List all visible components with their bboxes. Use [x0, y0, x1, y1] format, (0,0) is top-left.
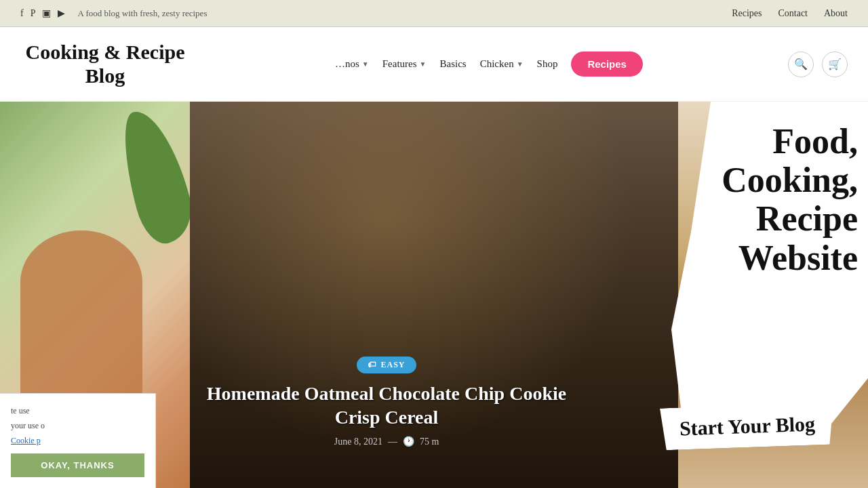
- cookie-text-2: your use o: [11, 420, 144, 432]
- nav-features[interactable]: Features ▼: [382, 58, 427, 70]
- hero-article-meta: June 8, 2021 — 🕐 75 m: [190, 436, 583, 447]
- nav-shop[interactable]: Shop: [537, 58, 558, 70]
- nav-demos[interactable]: …nos ▼: [335, 58, 369, 70]
- instagram-icon[interactable]: ▣: [42, 7, 51, 19]
- header-icons: 🔍 🛒: [788, 52, 848, 77]
- tagline: A food blog with fresh, zesty recipes: [77, 8, 207, 19]
- header: Cooking & Recipe Blog …nos ▼ Features ▼ …: [0, 27, 868, 102]
- nav-features-label: Features: [382, 58, 417, 70]
- cookie-text-3: Cookie p: [11, 434, 144, 447]
- hero-headline: Food, Cooking, Recipe Website: [682, 122, 858, 277]
- chevron-down-icon: ▼: [420, 60, 427, 68]
- cookie-accept-button[interactable]: OKAY, THANKS: [11, 453, 144, 477]
- hero-center-content: 🏷 EASY Homemade Oatmeal Chocolate Chip C…: [190, 357, 583, 447]
- search-button[interactable]: 🔍: [788, 52, 814, 77]
- facebook-icon[interactable]: f: [20, 8, 24, 19]
- nav-chicken-label: Chicken: [480, 58, 514, 70]
- chevron-down-icon: ▼: [362, 60, 369, 68]
- top-nav-recipes[interactable]: Recipes: [732, 8, 762, 19]
- separator: —: [388, 436, 397, 447]
- start-blog-banner[interactable]: Start Your Blog: [660, 403, 835, 451]
- nav-recipes-button[interactable]: Recipes: [571, 52, 643, 77]
- top-bar: f P ▣ ▶ A food blog with fresh, zesty re…: [0, 0, 868, 27]
- cart-icon: 🛒: [828, 58, 842, 70]
- main-nav: …nos ▼ Features ▼ Basics Chicken ▼ Shop …: [190, 52, 788, 77]
- article-date: June 8, 2021: [334, 436, 382, 447]
- top-bar-left: f P ▣ ▶ A food blog with fresh, zesty re…: [20, 7, 207, 19]
- article-time: 75 m: [420, 436, 439, 447]
- nav-shop-label: Shop: [537, 58, 558, 70]
- top-bar-nav: Recipes Contact About: [732, 8, 848, 19]
- badge-label: EASY: [380, 360, 405, 370]
- top-nav-about[interactable]: About: [824, 8, 848, 19]
- cookie-text-1: te use: [11, 405, 144, 417]
- clock-icon: 🕐: [403, 436, 414, 447]
- cookie-policy-link[interactable]: Cookie p: [11, 436, 41, 445]
- chevron-down-icon: ▼: [517, 60, 524, 68]
- top-nav-contact[interactable]: Contact: [778, 8, 808, 19]
- difficulty-badge: 🏷 EASY: [357, 357, 416, 373]
- pinterest-icon[interactable]: P: [31, 8, 36, 19]
- cookie-notice: te use your use o Cookie p OKAY, THANKS: [0, 393, 156, 488]
- cart-button[interactable]: 🛒: [822, 52, 848, 77]
- nav-basics[interactable]: Basics: [440, 58, 467, 70]
- nav-chicken[interactable]: Chicken ▼: [480, 58, 524, 70]
- site-logo[interactable]: Cooking & Recipe Blog: [20, 41, 190, 87]
- tag-icon: 🏷: [368, 360, 376, 370]
- start-blog-text: Start Your Blog: [679, 413, 815, 440]
- search-icon: 🔍: [794, 58, 808, 70]
- youtube-icon[interactable]: ▶: [58, 7, 65, 19]
- nav-basics-label: Basics: [440, 58, 467, 70]
- hero-article-title[interactable]: Homemade Oatmeal Chocolate Chip Cookie C…: [190, 382, 583, 429]
- hero-section: Food, Cooking, Recipe Website Start Your…: [0, 102, 868, 488]
- nav-demos-label: …nos: [335, 58, 359, 70]
